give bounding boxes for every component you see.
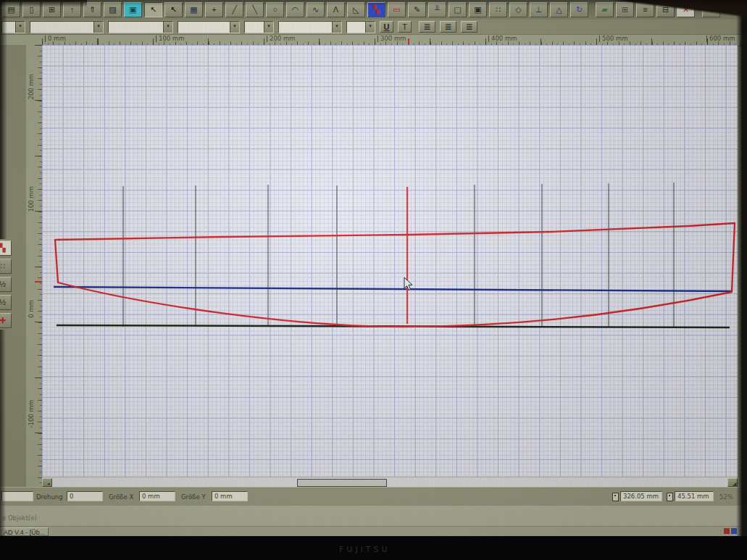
dimension-icon[interactable]: ╨ [428,2,446,17]
cursor-position-marker [35,281,42,283]
crosshair-icon[interactable]: + [205,2,223,17]
open-folder-icon[interactable]: ▰ [596,2,614,17]
rotate-tool-icon[interactable]: ↻ [570,2,588,17]
scale-half-2-icon[interactable]: ½ [0,295,12,310]
hull-outline[interactable] [55,223,735,327]
size-x-input[interactable]: 0 mm [139,491,175,501]
hruler-label: 300 mm [377,35,406,42]
text-tool-button[interactable]: T [398,21,412,33]
font-combo[interactable]: ▾ [278,21,342,33]
monitor-photo: ▤▯⊞↑⇑▨▣↖↖▦+╱╲○◠∿Λ◺▚▭✎╨▢▣∷◇⊥△↻▰⊞≡⊟✕? ▾ ▾ … [0,0,747,560]
circle-tool-icon[interactable]: ○ [266,2,284,17]
vruler-label: 200 mm [28,74,35,100]
vruler-label: -100 mm [28,400,35,428]
hatch-icon[interactable]: ▨ [104,2,122,17]
scale-half-icon[interactable]: ½ [0,277,12,292]
tray-icon[interactable] [724,528,730,534]
pick-cursor-icon[interactable]: ↖ [164,2,183,17]
print-icon[interactable]: ▤ [2,2,20,17]
snap-points-icon[interactable]: ∷ [0,259,12,274]
waterline[interactable] [54,287,731,291]
arc-tool-icon[interactable]: ◠ [286,2,304,17]
chevron-down-icon[interactable]: ▾ [15,22,25,33]
align-center-button[interactable]: ≣ [440,21,456,33]
save-icon[interactable]: ▣ [124,2,142,17]
fill-style-combo[interactable]: ▾ [178,21,240,33]
grid-table-icon[interactable]: ▦ [185,2,203,17]
font-size-combo[interactable]: ▾ [346,21,375,33]
copy-page-icon[interactable]: ⊞ [616,2,634,17]
select-frame-icon[interactable]: ▢ [448,2,467,17]
monitor-bezel: FUJITSU [0,536,747,560]
fill-color-combo[interactable]: ▾ [244,21,274,33]
cascade-windows-icon[interactable]: ⊟ [656,2,675,17]
line-tool-icon[interactable]: ╱ [225,2,243,17]
hruler-label: 600 mm [706,35,735,42]
chevron-down-icon[interactable]: ▾ [230,22,239,33]
align-left-button[interactable]: ≣ [419,21,435,33]
hruler-label: 400 mm [488,35,517,42]
taskbar-app-button[interactable]: AD V.4 - [Üb... [0,527,49,536]
cursor-x-icon [612,493,619,501]
cursor-x-readout: 326.05 mm [620,491,662,501]
objects-count-text: e Objekt(e) [2,514,37,522]
outline-color-icon[interactable]: ▭ [388,2,406,17]
vertical-ruler: 200 mm 100 mm 0 mm -100 mm [26,45,43,487]
tool-arrow-icon-1[interactable]: ↑ [63,2,81,17]
size-y-input[interactable]: 0 mm [212,491,248,501]
chevron-down-icon[interactable]: ▾ [332,22,341,33]
tray-icon[interactable] [731,528,737,534]
boat-hull-drawing [42,45,738,477]
context-help-icon[interactable]: ? [702,2,720,17]
mouse-cursor-icon [404,277,412,291]
chevron-down-icon[interactable]: ▾ [365,22,375,33]
status-message-box [1,491,33,501]
move-selection-icon[interactable]: ▣ [469,2,487,17]
documents-icon[interactable]: ⊞ [43,2,61,17]
line-color-combo[interactable]: ▾ [108,21,173,33]
delete-icon[interactable]: ✕ [677,2,695,17]
bezel-shadow [736,0,747,536]
curve-tool-icon[interactable]: ∿ [306,2,325,17]
rotation-input[interactable]: 0 [67,491,103,501]
segment-tool-icon[interactable]: ╲ [246,2,264,17]
chevron-down-icon[interactable]: ▾ [163,22,172,33]
corner-tool-icon[interactable]: ◺ [347,2,365,17]
work-area: ▚∷½½✚ 200 mm 100 mm 0 mm -100 mm [0,45,738,487]
ruler-ticks [35,45,42,487]
line-style-combo[interactable]: ▾ [1,21,25,33]
measure-length-icon[interactable]: ◇ [509,2,527,17]
align-right-button[interactable]: ≣ [461,21,477,33]
size-y-label: Größe Y [181,493,206,501]
zoom-level: 52% [719,493,733,501]
left-toolbar: ▚∷½½✚ [0,45,27,487]
swatch-icon[interactable]: ▚ [0,241,12,256]
new-document-icon[interactable]: ▯ [22,2,41,17]
drawing-canvas[interactable] [42,45,738,477]
chevron-down-icon[interactable]: ▾ [93,22,103,33]
layers-icon[interactable]: ≡ [636,2,654,17]
hruler-label: 500 mm [599,35,628,42]
scroll-left-button[interactable]: ◂ [42,478,52,487]
move-cross-icon[interactable]: ✚ [0,313,12,328]
tool-arrow-icon-2[interactable]: ⇑ [83,2,101,17]
cursor-y-icon [667,493,673,501]
rotation-label: Drehung [36,493,63,501]
hruler-label: 100 mm [156,35,185,42]
polygon-tool-icon[interactable]: Λ [327,2,345,17]
measure-angle-icon[interactable]: △ [550,2,568,17]
resize-corner-button[interactable]: ◢ [727,478,738,487]
scrollbar-thumb[interactable] [297,479,387,487]
hruler-label: 200 mm [267,35,296,42]
chevron-down-icon[interactable]: ▾ [264,22,273,33]
fill-color-icon[interactable]: ▚ [367,2,385,17]
underline-button[interactable]: U [380,21,393,33]
pen-query-icon[interactable]: ✎ [408,2,426,17]
horizontal-scrollbar[interactable]: ◂ ◢ [42,477,738,488]
select-cursor-icon[interactable]: ↖ [144,2,162,17]
station-lines[interactable] [123,183,674,327]
measure-coord-icon[interactable]: ⊥ [530,2,548,17]
node-edit-icon[interactable]: ∷ [489,2,507,17]
line-width-combo[interactable]: ▾ [30,21,104,33]
cursor-y-readout: 45.51 mm [675,491,714,501]
